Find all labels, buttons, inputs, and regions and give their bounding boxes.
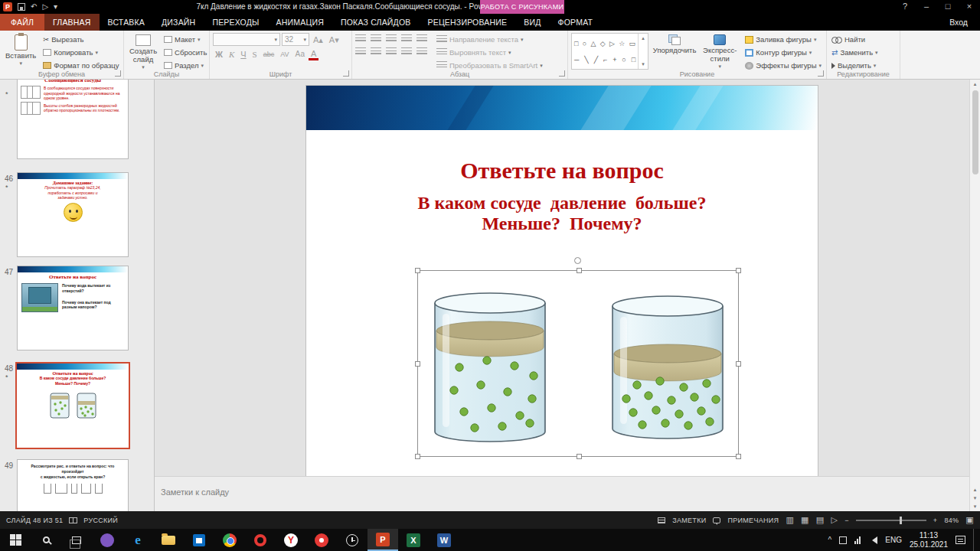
comments-toggle-icon[interactable] [713,517,720,523]
font-name-select[interactable]: ▾ [213,33,280,46]
resize-handle-se[interactable] [736,454,741,459]
resize-handle-n[interactable] [577,268,582,273]
quick-styles-button[interactable]: Экспресс-стили ▾ [701,33,739,70]
rotation-handle[interactable] [574,257,581,264]
previous-slide-icon[interactable]: ▴ [974,487,977,493]
dialog-launcher-icon[interactable] [559,70,565,77]
new-slide-button[interactable]: Создать слайд ▾ [127,33,159,71]
resize-handle-ne[interactable] [736,268,741,273]
shape-diagonal2-icon[interactable]: ╱ [594,56,598,64]
shape-ellipse-icon[interactable]: ○ [583,40,586,47]
paste-button[interactable]: Вставить ▾ [3,33,38,67]
tray-app-icon[interactable] [839,536,847,544]
network-icon[interactable] [854,536,861,544]
zoom-level[interactable]: 84% [944,517,959,524]
shape-outline-button[interactable]: Контур фигуры ▾ [743,46,823,59]
spellcheck-icon[interactable] [69,517,77,523]
tab-view[interactable]: ВИД [515,14,549,31]
resize-handle-s[interactable] [577,454,582,459]
slide-thumbnail-45[interactable]: Сообщающиеся сосуды В сообщающихся сосуд… [17,80,129,159]
action-center-icon[interactable] [956,536,965,544]
powerpoint-logo-icon[interactable]: P [3,2,12,11]
resize-handle-w[interactable] [415,361,420,367]
taskbar-app-explorer[interactable] [153,529,184,551]
replace-button[interactable]: ⇄ Заменить ▾ [830,46,880,59]
align-center-icon[interactable] [371,47,381,56]
gallery-more-icon[interactable]: ▾ [642,61,645,67]
next-slide-icon[interactable]: ▾ [974,495,977,501]
shape-oval-icon[interactable]: ○ [622,56,626,64]
tab-animations[interactable]: АНИМАЦИЯ [268,14,332,31]
tab-slideshow[interactable]: ПОКАЗ СЛАЙДОВ [332,14,420,31]
shape-plus-icon[interactable]: + [612,56,616,64]
help-button[interactable]: ? [894,0,916,14]
cut-button[interactable]: ✂ Вырезать [41,33,120,46]
align-text-button[interactable]: Выровнять текст ▾ [435,46,544,59]
shape-rect-icon[interactable]: □ [574,40,578,47]
dialog-launcher-icon[interactable] [343,70,349,77]
taskbar-app-excel[interactable]: X [398,529,429,551]
change-case-button[interactable]: Аа [293,48,307,60]
resize-handle-nw[interactable] [415,268,420,273]
columns-icon[interactable] [416,47,427,56]
picture-selection-frame[interactable] [417,270,739,457]
tray-expand-icon[interactable]: ^ [828,536,832,544]
vertical-scrollbar[interactable]: ▴ ▴ ▾ ▾ [969,80,980,511]
slide-thumbnail-46[interactable]: Домашнее задание: Прочитать параграф №23… [17,172,129,257]
slide-sorter-view-icon[interactable]: ▦ [801,516,809,524]
numbering-icon[interactable] [371,34,381,43]
shape-diagonal-icon[interactable]: ╲ [584,56,588,64]
shapes-gallery-scroll[interactable]: ▴ ▾ [638,34,648,69]
resize-handle-sw[interactable] [415,454,420,459]
slide-thumbnail-49[interactable]: Рассмотрите рис. и ответьте на вопрос: ч… [17,459,129,511]
taskbar-app-edge[interactable]: e [122,529,153,551]
align-right-icon[interactable] [386,47,397,56]
shape-fill-button[interactable]: Заливка фигуры ▾ [743,33,823,46]
fit-slide-icon[interactable]: ▣ [965,516,974,524]
reset-button[interactable]: Сбросить [162,46,208,59]
taskbar-search-button[interactable] [31,529,61,551]
text-shadow-button[interactable]: S [250,48,260,60]
italic-button[interactable]: К [227,48,237,60]
taskbar-app-opera[interactable] [245,529,276,551]
zoom-in-icon[interactable]: + [933,517,938,524]
slide-question-line1[interactable]: В каком сосуде давление больше? [306,193,818,214]
font-color-button[interactable]: А [309,49,318,60]
copy-button[interactable]: Копировать ▾ [41,46,120,59]
start-button[interactable] [0,529,31,551]
bold-button[interactable]: Ж [213,48,225,60]
normal-view-icon[interactable]: ▥ [786,516,794,524]
scrollbar-thumb[interactable] [972,90,978,174]
taskbar-app-yandex-browser[interactable] [306,529,337,551]
tab-transitions[interactable]: ПЕРЕХОДЫ [204,14,267,31]
layout-button[interactable]: Макет ▾ [162,33,208,46]
tab-home[interactable]: ГЛАВНАЯ [44,14,100,31]
dialog-launcher-icon[interactable] [818,70,824,77]
slide-editor-area[interactable]: Ответьте на вопрос В каком сосуде давлен… [155,80,969,511]
strikethrough-button[interactable]: abc [261,48,277,60]
shrink-font-button[interactable]: А▾ [327,34,341,46]
reading-view-icon[interactable]: ▤ [816,516,825,524]
taskbar-app-word[interactable]: W [429,529,459,551]
task-view-button[interactable] [61,529,92,551]
indent-increase-icon[interactable] [401,34,412,43]
dialog-launcher-icon[interactable] [115,70,121,77]
language-indicator[interactable]: РУССКИЙ [83,517,118,524]
shape-arrow-icon[interactable]: ▷ [609,40,615,47]
bullets-icon[interactable] [355,34,366,43]
tab-file[interactable]: ФАЙЛ [0,14,44,31]
slide-canvas[interactable]: Ответьте на вопрос В каком сосуде давлен… [306,86,818,476]
taskbar-app-powerpoint[interactable]: P [368,529,398,551]
character-spacing-button[interactable]: AV [278,48,291,60]
taskbar-app-yandex[interactable]: Y [276,529,306,551]
keyboard-language[interactable]: ENG [885,536,902,544]
close-button[interactable]: × [959,0,980,14]
shape-rounded-rect-icon[interactable]: ▭ [629,40,636,47]
save-icon[interactable] [18,3,25,11]
taskbar-app-purple[interactable] [92,529,122,551]
justify-icon[interactable] [401,47,412,56]
shape-bracket-icon[interactable]: ⌐ [603,56,607,64]
volume-icon[interactable] [868,536,877,544]
slideshow-view-icon[interactable]: ▷ [831,516,838,524]
grow-font-button[interactable]: А▴ [311,34,325,46]
